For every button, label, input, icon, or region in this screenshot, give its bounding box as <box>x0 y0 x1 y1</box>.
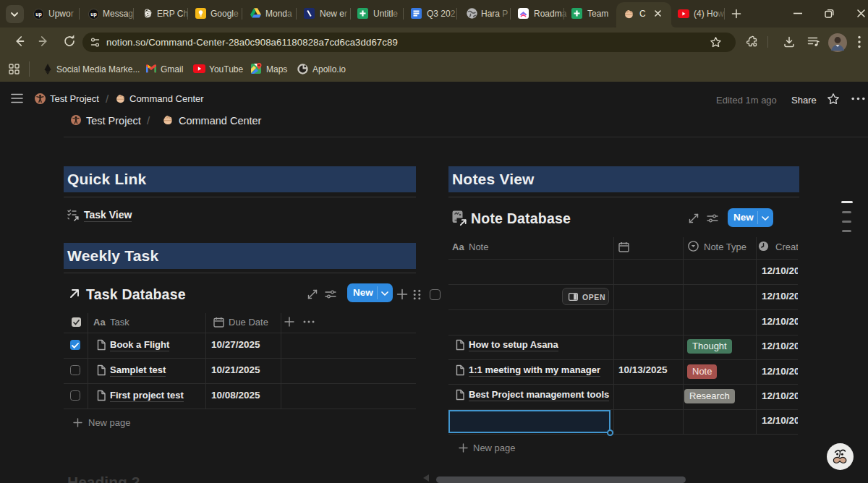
svg-text:up: up <box>35 12 42 17</box>
svg-text:up: up <box>90 12 97 17</box>
